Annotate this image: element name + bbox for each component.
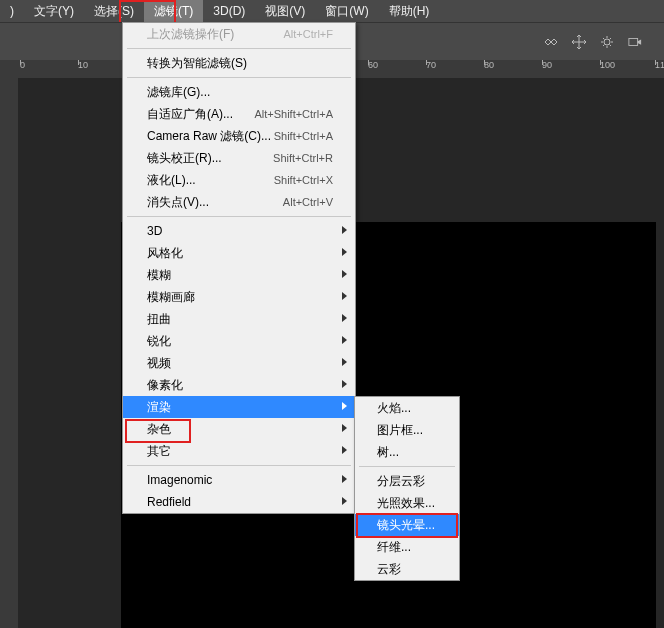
chevron-right-icon xyxy=(342,226,347,234)
menuitem-render[interactable]: 渲染 xyxy=(123,396,355,418)
menu-item-3d[interactable]: 3D(D) xyxy=(203,0,255,22)
handshake-icon[interactable] xyxy=(542,33,560,51)
menu-item-text[interactable]: 文字(Y) xyxy=(24,0,84,22)
menuitem-redfield[interactable]: Redfield xyxy=(123,491,355,513)
gear-icon[interactable] xyxy=(598,33,616,51)
chevron-right-icon xyxy=(342,270,347,278)
menuitem-camera-raw[interactable]: Camera Raw 滤镜(C)...Shift+Ctrl+A xyxy=(123,125,355,147)
menu-item-partial[interactable]: ) xyxy=(0,0,24,22)
menu-separator xyxy=(127,48,351,49)
submenu-item-difference-clouds[interactable]: 分层云彩 xyxy=(355,470,459,492)
svg-rect-1 xyxy=(629,39,638,46)
menuitem-imagenomic[interactable]: Imagenomic xyxy=(123,469,355,491)
submenu-item-picture-frame[interactable]: 图片框... xyxy=(355,419,459,441)
menuitem-smart-filter[interactable]: 转换为智能滤镜(S) xyxy=(123,52,355,74)
menuitem-blur[interactable]: 模糊 xyxy=(123,264,355,286)
menuitem-distort[interactable]: 扭曲 xyxy=(123,308,355,330)
menuitem-adaptive-wide-angle[interactable]: 自适应广角(A)...Alt+Shift+Ctrl+A xyxy=(123,103,355,125)
chevron-right-icon xyxy=(342,314,347,322)
menuitem-noise[interactable]: 杂色 xyxy=(123,418,355,440)
submenu-item-clouds[interactable]: 云彩 xyxy=(355,558,459,580)
menuitem-sharpen[interactable]: 锐化 xyxy=(123,330,355,352)
submenu-item-flame[interactable]: 火焰... xyxy=(355,397,459,419)
menuitem-last-filter[interactable]: 上次滤镜操作(F) Alt+Ctrl+F xyxy=(123,23,355,45)
menuitem-pixelate[interactable]: 像素化 xyxy=(123,374,355,396)
submenu-item-fibers[interactable]: 纤维... xyxy=(355,536,459,558)
menu-item-help[interactable]: 帮助(H) xyxy=(379,0,440,22)
chevron-right-icon xyxy=(342,497,347,505)
chevron-right-icon xyxy=(342,475,347,483)
chevron-right-icon xyxy=(342,424,347,432)
menuitem-vanishing-point[interactable]: 消失点(V)...Alt+Ctrl+V xyxy=(123,191,355,213)
menuitem-other[interactable]: 其它 xyxy=(123,440,355,462)
menu-bar: ) 文字(Y) 选择(S) 滤镜(T) 3D(D) 视图(V) 窗口(W) 帮助… xyxy=(0,0,664,22)
chevron-right-icon xyxy=(342,358,347,366)
menuitem-video[interactable]: 视频 xyxy=(123,352,355,374)
submenu-item-lighting-effects[interactable]: 光照效果... xyxy=(355,492,459,514)
menu-separator xyxy=(359,466,455,467)
menu-item-view[interactable]: 视图(V) xyxy=(255,0,315,22)
chevron-right-icon xyxy=(342,336,347,344)
menuitem-lens-correction[interactable]: 镜头校正(R)...Shift+Ctrl+R xyxy=(123,147,355,169)
menuitem-liquify[interactable]: 液化(L)...Shift+Ctrl+X xyxy=(123,169,355,191)
chevron-right-icon xyxy=(342,402,347,410)
chevron-right-icon xyxy=(342,248,347,256)
filter-dropdown-menu: 上次滤镜操作(F) Alt+Ctrl+F 转换为智能滤镜(S) 滤镜库(G)..… xyxy=(122,22,356,514)
toolbar-right-icons xyxy=(542,23,644,61)
menuitem-stylize[interactable]: 风格化 xyxy=(123,242,355,264)
menuitem-3d[interactable]: 3D xyxy=(123,220,355,242)
submenu-item-lens-flare[interactable]: 镜头光晕... xyxy=(355,514,459,536)
chevron-right-icon xyxy=(342,380,347,388)
vertical-ruler xyxy=(0,78,19,628)
menu-separator xyxy=(127,465,351,466)
menu-item-filter[interactable]: 滤镜(T) xyxy=(144,0,203,22)
camera-icon[interactable] xyxy=(626,33,644,51)
menuitem-filter-gallery[interactable]: 滤镜库(G)... xyxy=(123,81,355,103)
move-arrows-icon[interactable] xyxy=(570,33,588,51)
menu-item-window[interactable]: 窗口(W) xyxy=(315,0,378,22)
chevron-right-icon xyxy=(342,446,347,454)
menu-item-select[interactable]: 选择(S) xyxy=(84,0,144,22)
svg-point-0 xyxy=(604,39,610,45)
menu-separator xyxy=(127,77,351,78)
chevron-right-icon xyxy=(342,292,347,300)
menu-separator xyxy=(127,216,351,217)
submenu-item-tree[interactable]: 树... xyxy=(355,441,459,463)
menuitem-blur-gallery[interactable]: 模糊画廊 xyxy=(123,286,355,308)
render-submenu: 火焰... 图片框... 树... 分层云彩 光照效果... 镜头光晕... 纤… xyxy=(354,396,460,581)
